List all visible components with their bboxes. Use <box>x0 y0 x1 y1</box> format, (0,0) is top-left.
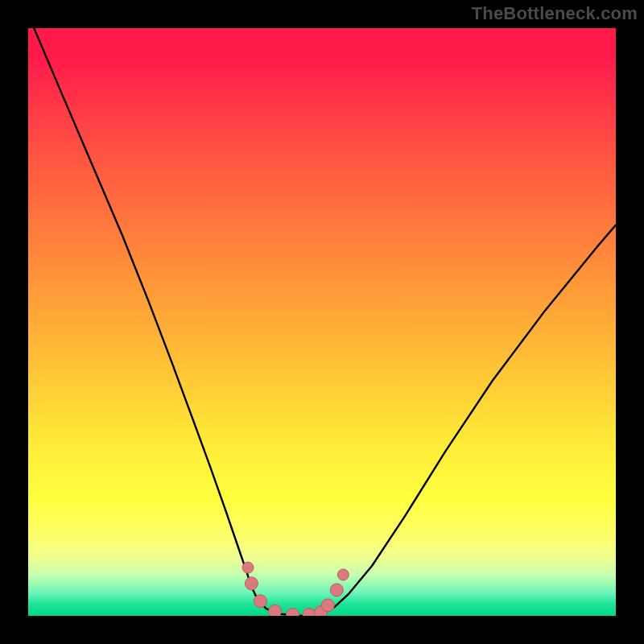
valley-marker <box>269 605 282 616</box>
chart-svg <box>28 28 616 616</box>
valley-marker <box>254 595 266 608</box>
valley-marker <box>321 599 334 612</box>
plot-area <box>28 28 616 616</box>
valley-marker <box>303 609 316 617</box>
valley-markers <box>242 562 349 616</box>
bottleneck-curve <box>34 28 616 616</box>
watermark-text: TheBottleneck.com <box>472 3 638 24</box>
valley-marker <box>337 569 349 580</box>
valley-marker <box>242 562 254 573</box>
valley-marker <box>287 609 299 617</box>
valley-marker <box>330 584 343 597</box>
valley-marker <box>245 577 258 590</box>
outer-frame: TheBottleneck.com <box>0 0 644 644</box>
